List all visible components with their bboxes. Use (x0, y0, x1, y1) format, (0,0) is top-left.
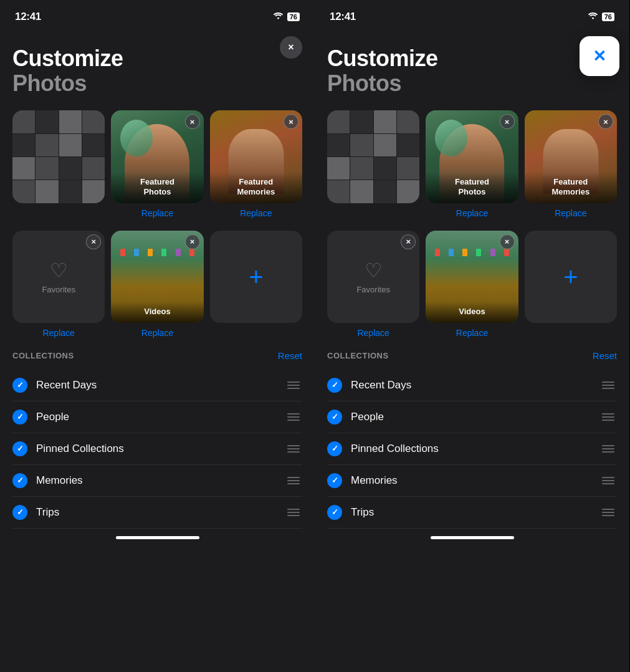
featured-photos-label-left: FeaturedPhotos (111, 172, 203, 203)
remove-featured-photos-left[interactable]: × (185, 114, 200, 129)
remove-videos-right[interactable]: × (500, 234, 515, 249)
videos-label-right: Videos (426, 302, 518, 323)
collection-item-memories-right[interactable]: ✓ Memories (327, 465, 617, 497)
check-memories-right: ✓ (327, 473, 342, 488)
photo-grid-bg-left (12, 110, 105, 203)
close-button-right[interactable]: ✕ (580, 36, 619, 76)
battery-left: 76 (287, 12, 300, 21)
check-people-right: ✓ (327, 410, 342, 425)
reset-link-right[interactable]: Reset (593, 350, 617, 361)
wifi-icon-right (588, 12, 598, 22)
replace-videos-right[interactable]: Replace (426, 328, 518, 338)
check-recent-days-left: ✓ (12, 378, 27, 393)
replace-featured-memories-right[interactable]: Replace (525, 208, 617, 218)
close-icon-left[interactable]: × (280, 36, 302, 59)
collection-name-trips-left: Trips (36, 506, 285, 519)
collection-name-recent-days-left: Recent Days (36, 379, 285, 391)
collection-name-people-right: People (351, 411, 599, 423)
videos-widget-right[interactable]: × Videos (426, 231, 518, 323)
left-panel: 12:41 76 × Customize Photos (0, 0, 315, 672)
remove-favorites-left[interactable]: × (86, 234, 101, 249)
home-indicator-left (116, 536, 199, 539)
remove-featured-memories-right[interactable]: × (598, 114, 613, 129)
widget-grid-2-right: × ♡ Favorites × Videos (327, 231, 617, 323)
collection-item-trips-left[interactable]: ✓ Trips (12, 497, 302, 529)
collection-name-pinned-right: Pinned Collections (351, 443, 599, 455)
add-widget-left[interactable]: + (210, 231, 302, 323)
sheet-left: Customize Photos (0, 31, 315, 672)
videos-widget-left[interactable]: × Videos (111, 231, 203, 323)
drag-handle-pinned-left[interactable] (285, 443, 302, 455)
collection-item-pinned-right[interactable]: ✓ Pinned Collections (327, 433, 617, 465)
collections-title-right: COLLECTIONS (327, 351, 389, 360)
check-memories-left: ✓ (12, 473, 27, 488)
remove-featured-photos-right[interactable]: × (500, 114, 515, 129)
collection-item-memories-left[interactable]: ✓ Memories (12, 465, 302, 497)
collections-title-left: COLLECTIONS (12, 351, 74, 360)
drag-handle-trips-right[interactable] (599, 506, 617, 519)
check-recent-days-right: ✓ (327, 378, 342, 393)
favorites-label-left: Favorites (42, 285, 75, 294)
photo-grid-bg-right (327, 110, 419, 203)
check-pinned-right: ✓ (327, 441, 342, 456)
collection-item-people-left[interactable]: ✓ People (12, 401, 302, 433)
heart-icon-left: ♡ (50, 259, 68, 282)
title-section-right: Customize Photos (327, 46, 617, 95)
widget-grid-2-left: × ♡ Favorites × Videos (12, 231, 302, 323)
replace-favorites-right[interactable]: Replace (327, 328, 419, 338)
featured-memories-label-left: FeaturedMemories (210, 172, 302, 203)
title-main-left: Customize (12, 46, 302, 71)
replace-featured-photos-right[interactable]: Replace (426, 208, 518, 218)
widget-grid-left: × FeaturedPhotos × FeaturedMemories (12, 110, 302, 203)
drag-handle-recent-days-left[interactable] (285, 379, 302, 391)
replace-featured-photos-left[interactable]: Replace (111, 208, 203, 218)
remove-videos-left[interactable]: × (185, 234, 200, 249)
replace-row-1-left: Replace Replace (12, 208, 302, 218)
drag-handle-pinned-right[interactable] (599, 443, 617, 455)
collection-item-recent-days-right[interactable]: ✓ Recent Days (327, 370, 617, 401)
add-icon-left: + (249, 264, 263, 289)
sheet-right: Customize Photos (315, 31, 629, 672)
collection-item-pinned-left[interactable]: ✓ Pinned Collections (12, 433, 302, 465)
featured-photos-widget-right[interactable]: × FeaturedPhotos (426, 110, 518, 203)
right-panel: 12:41 76 ✕ Customize Photos (315, 0, 629, 672)
drag-handle-memories-right[interactable] (599, 474, 617, 487)
wifi-icon-left (273, 12, 284, 22)
replace-row-2-left: Replace Replace (12, 328, 302, 338)
replace-videos-left[interactable]: Replace (111, 328, 203, 338)
collections-header-left: COLLECTIONS Reset (12, 350, 302, 361)
title-sub-right: Photos (327, 71, 617, 96)
featured-photos-widget-left[interactable]: × FeaturedPhotos (111, 110, 203, 203)
featured-memories-label-right: FeaturedMemories (525, 172, 617, 203)
drag-handle-trips-left[interactable] (285, 506, 302, 519)
collection-item-trips-right[interactable]: ✓ Trips (327, 497, 617, 529)
collection-item-recent-days-left[interactable]: ✓ Recent Days (12, 370, 302, 401)
drag-handle-people-right[interactable] (599, 411, 617, 423)
featured-memories-widget-right[interactable]: × FeaturedMemories (525, 110, 617, 203)
recent-grid-widget-right[interactable] (327, 110, 419, 203)
add-widget-right[interactable]: + (525, 231, 617, 323)
battery-right: 76 (602, 12, 614, 21)
favorites-widget-left[interactable]: × ♡ Favorites (12, 231, 105, 323)
check-people-left: ✓ (12, 410, 27, 425)
featured-memories-widget-left[interactable]: × FeaturedMemories (210, 110, 302, 203)
check-trips-right: ✓ (327, 505, 342, 520)
drag-handle-recent-days-right[interactable] (599, 379, 617, 391)
close-icon-right[interactable]: ✕ (593, 47, 606, 66)
replace-favorites-left[interactable]: Replace (12, 328, 105, 338)
recent-grid-widget-left[interactable] (12, 110, 105, 203)
collection-item-people-right[interactable]: ✓ People (327, 401, 617, 433)
favorites-widget-right[interactable]: × ♡ Favorites (327, 231, 419, 323)
drag-handle-people-left[interactable] (285, 411, 302, 423)
heart-icon-right: ♡ (365, 259, 383, 282)
close-button-left[interactable]: × (280, 36, 302, 59)
remove-featured-memories-left[interactable]: × (284, 114, 298, 129)
favorites-label-right: Favorites (356, 285, 389, 294)
collection-name-pinned-left: Pinned Collections (36, 443, 285, 455)
drag-handle-memories-left[interactable] (285, 474, 302, 487)
replace-featured-memories-left[interactable]: Replace (210, 208, 302, 218)
check-pinned-left: ✓ (12, 441, 27, 456)
reset-link-left[interactable]: Reset (278, 350, 302, 361)
remove-favorites-right[interactable]: × (401, 234, 416, 249)
status-bar-right: 12:41 76 (315, 0, 629, 31)
